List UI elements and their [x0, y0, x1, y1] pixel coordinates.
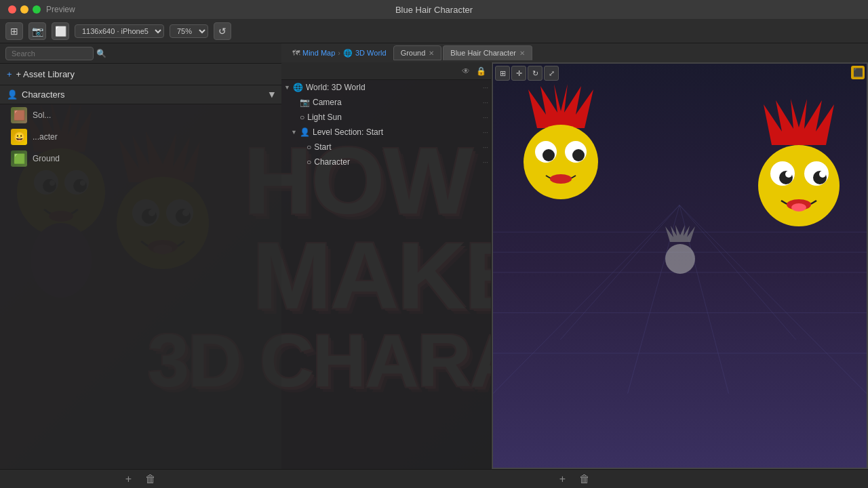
- camera-icon-btn[interactable]: 📷: [28, 22, 46, 40]
- preview-title: Preview: [46, 5, 75, 14]
- tree-arrow-level: ▼: [291, 129, 298, 136]
- tree-item-levelsection[interactable]: ▼ 👤 Level Section: Start ···: [281, 125, 491, 140]
- tree-label-camera: Camera: [313, 98, 342, 107]
- tree-dots-camera: ···: [483, 99, 488, 106]
- add-asset-button[interactable]: +: [125, 473, 132, 485]
- tabs-bar: 🗺 Mind Map › 🌐 3D World Ground ✕ Blue Ha…: [281, 43, 868, 62]
- tree-dots-light: ···: [483, 114, 488, 121]
- svg-point-51: [524, 125, 598, 199]
- viewport-toolbar-left: ⊞ ✛ ↻ ⤢: [495, 66, 559, 81]
- delete-node-button[interactable]: 🗑: [579, 473, 590, 485]
- main-layout: HOW TO MAKE A 3D CHARACTER 🔍 + + Asset L…: [0, 43, 868, 488]
- asset-item-ground-label: Ground: [33, 154, 60, 163]
- svg-point-63: [785, 171, 792, 178]
- viewport-mode-icon[interactable]: ⬛: [851, 66, 865, 79]
- viewport-rotate-btn[interactable]: ↻: [528, 66, 542, 81]
- tree-arrow-world: ▼: [284, 84, 291, 91]
- characters-title: Characters: [22, 89, 65, 100]
- tab-character-close-icon[interactable]: ✕: [519, 49, 525, 57]
- search-input[interactable]: [5, 47, 94, 60]
- svg-marker-50: [528, 84, 593, 128]
- tree-icon-light: ○: [300, 113, 304, 122]
- viewport-grid-btn[interactable]: ⊞: [495, 66, 510, 81]
- viewport-scale-btn[interactable]: ⤢: [544, 66, 559, 81]
- tab-character-label: Blue Hair Character: [450, 49, 516, 57]
- status-bar: + 🗑: [281, 469, 868, 488]
- svg-point-64: [819, 171, 826, 178]
- viewport-panel[interactable]: ⊞ ✛ ↻ ⤢ ⬛: [492, 62, 868, 469]
- asset-thumb-sol: 🟫: [11, 107, 27, 123]
- svg-line-40: [493, 205, 679, 394]
- tree-item-character[interactable]: ▶ ○ Character ···: [281, 155, 491, 169]
- asset-search-bar: 🔍: [0, 43, 281, 64]
- visibility-icon[interactable]: 👁: [460, 65, 472, 77]
- asset-thumb-ground: 🟩: [11, 150, 27, 167]
- tree-dots-start: ···: [483, 144, 488, 151]
- tree-arrow-light: ▶: [291, 114, 298, 121]
- svg-marker-67: [665, 225, 695, 242]
- window-title: Blue Hair Character: [395, 5, 473, 15]
- lock-icon[interactable]: 🔒: [475, 65, 487, 77]
- device-selector[interactable]: 1136x640 · iPhone5: [75, 24, 164, 38]
- search-icon: 🔍: [96, 49, 106, 58]
- title-bar: Preview Blue Hair Character: [0, 0, 868, 19]
- close-button[interactable]: [8, 5, 16, 14]
- breadcrumb-mindmap[interactable]: 🗺: [292, 49, 300, 57]
- viewport-background: [493, 64, 867, 468]
- tree-icon-world: 🌐: [293, 83, 303, 92]
- breadcrumb-mindmap-label[interactable]: Mind Map: [302, 49, 335, 57]
- grid-icon-btn[interactable]: ⊞: [5, 22, 23, 40]
- svg-point-68: [665, 244, 695, 274]
- asset-item-character[interactable]: 😀 ...acter: [0, 126, 281, 148]
- characters-category[interactable]: 👤 Characters ▶: [0, 85, 281, 104]
- tree-label-levelsection: Level Section: Start: [313, 127, 383, 137]
- delete-asset-button[interactable]: 🗑: [145, 473, 156, 485]
- scene-panel-toolbar: 👁 🔒: [281, 62, 491, 80]
- characters-icon: 👤: [7, 89, 18, 100]
- scene-panel: 👁 🔒 ▼ 🌐 World: 3D World ··· ▶ 📷 Camera ·…: [281, 62, 492, 469]
- asset-item-sol[interactable]: 🟫 Sol...: [0, 104, 281, 126]
- viewport-move-btn[interactable]: ✛: [511, 66, 526, 81]
- asset-item-ground[interactable]: 🟩 Ground: [0, 148, 281, 169]
- tree-icon-camera: 📷: [300, 98, 310, 107]
- tab-ground-label: Ground: [401, 49, 426, 57]
- tree-item-lightsun[interactable]: ▶ ○ Light Sun ···: [281, 110, 491, 125]
- tree-item-world[interactable]: ▼ 🌐 World: 3D World ···: [281, 80, 491, 95]
- minimize-button[interactable]: [20, 5, 28, 14]
- ui-layer: 🔍 + + Asset Library 👤 Characters ▶ 🟫 Sol…: [0, 43, 868, 488]
- breadcrumb-3dworld-icon: 🌐: [343, 49, 353, 58]
- maximize-button[interactable]: [33, 5, 41, 14]
- asset-panel: 🔍 + + Asset Library 👤 Characters ▶ 🟫 Sol…: [0, 43, 281, 488]
- viewport-char-right: [745, 98, 853, 260]
- tab-ground-close-icon[interactable]: ✕: [429, 49, 434, 57]
- asset-thumb-char: 😀: [11, 129, 27, 145]
- breadcrumb-3dworld-label[interactable]: 3D World: [355, 49, 387, 57]
- svg-point-58: [758, 145, 840, 226]
- asset-item-sol-label: Sol...: [33, 110, 51, 120]
- aspect-icon-btn[interactable]: ⬜: [52, 22, 69, 40]
- refresh-icon-btn[interactable]: ↺: [214, 22, 231, 40]
- zoom-selector[interactable]: 75%: [170, 24, 208, 38]
- tree-arrow-start: ▶: [298, 144, 304, 150]
- tree-label-world: World: 3D World: [306, 83, 366, 92]
- asset-footer: + 🗑: [0, 469, 281, 488]
- svg-marker-57: [764, 99, 834, 145]
- asset-library-header[interactable]: + + Asset Library: [0, 64, 281, 85]
- asset-library-title: + Asset Library: [16, 69, 75, 79]
- svg-point-56: [550, 174, 572, 184]
- tab-blue-hair-character[interactable]: Blue Hair Character ✕: [443, 45, 532, 60]
- breadcrumb-sep1: ›: [338, 49, 340, 57]
- tree-label-lightsun: Light Sun: [307, 113, 342, 122]
- asset-item-character-label: ...acter: [33, 132, 58, 142]
- svg-point-55: [572, 149, 585, 161]
- tree-dots-level: ···: [483, 129, 488, 136]
- add-node-button[interactable]: +: [559, 473, 566, 485]
- tree-item-start[interactable]: ▶ ○ Start ···: [281, 140, 491, 155]
- tab-ground[interactable]: Ground ✕: [393, 45, 442, 60]
- title-bar-left: Preview: [8, 5, 75, 14]
- add-icon: +: [7, 69, 12, 79]
- svg-point-54: [542, 149, 555, 161]
- tree-item-camera[interactable]: ▶ 📷 Camera ···: [281, 95, 491, 110]
- breadcrumb: 🗺 Mind Map › 🌐 3D World: [287, 49, 392, 58]
- viewport-char-back: [660, 225, 701, 279]
